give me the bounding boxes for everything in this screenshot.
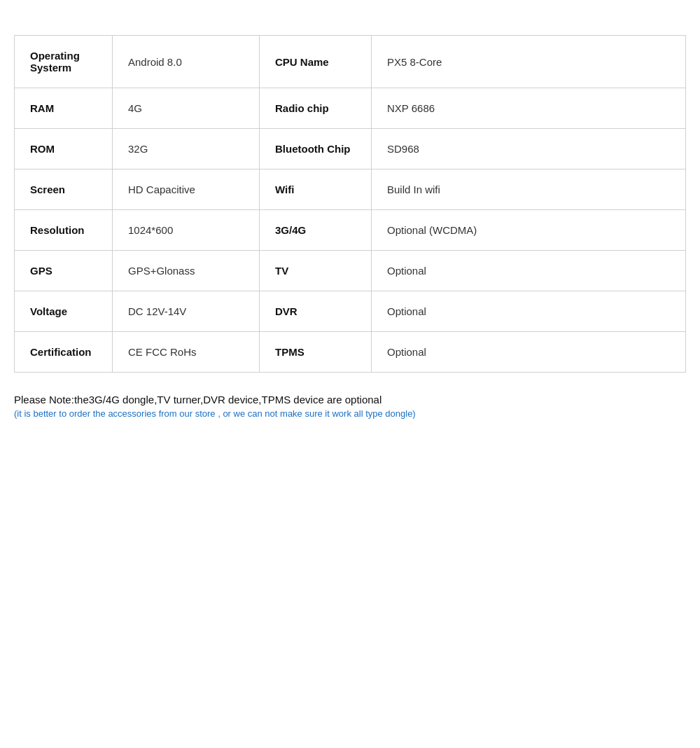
value-cell-left-0: Android 8.0	[113, 36, 260, 88]
value-cell-left-1: 4G	[113, 88, 260, 129]
value-cell-right-2: SD968	[372, 129, 686, 169]
label-cell-left-5: GPS	[15, 251, 113, 291]
label-cell-right-5: TV	[260, 251, 372, 291]
value-cell-right-5: Optional	[372, 251, 686, 291]
notes-section: Please Note:the3G/4G dongle,TV turner,DV…	[14, 387, 686, 426]
label-cell-left-4: Resolution	[15, 210, 113, 251]
label-cell-left-6: Voltage	[15, 291, 113, 332]
label-cell-right-4: 3G/4G	[260, 210, 372, 251]
value-cell-left-4: 1024*600	[113, 210, 260, 251]
label-cell-right-6: DVR	[260, 291, 372, 332]
label-cell-right-1: Radio chip	[260, 88, 372, 129]
specs-table: Operating SystermAndroid 8.0CPU NamePX5 …	[14, 35, 686, 373]
label-cell-left-7: Certification	[15, 332, 113, 373]
value-cell-left-3: HD Capacitive	[113, 169, 260, 210]
notes-main: Please Note:the3G/4G dongle,TV turner,DV…	[14, 394, 686, 406]
value-cell-right-4: Optional (WCDMA)	[372, 210, 686, 251]
value-cell-right-3: Build In wifi	[372, 169, 686, 210]
value-cell-left-5: GPS+Glonass	[113, 251, 260, 291]
label-cell-left-0: Operating Systerm	[15, 36, 113, 88]
label-cell-right-3: Wifi	[260, 169, 372, 210]
value-cell-right-0: PX5 8-Core	[372, 36, 686, 88]
notes-sub: (it is better to order the accessories f…	[14, 408, 686, 419]
label-cell-left-2: ROM	[15, 129, 113, 169]
label-cell-left-1: RAM	[15, 88, 113, 129]
value-cell-left-7: CE FCC RoHs	[113, 332, 260, 373]
value-cell-left-6: DC 12V-14V	[113, 291, 260, 332]
label-cell-right-0: CPU Name	[260, 36, 372, 88]
value-cell-left-2: 32G	[113, 129, 260, 169]
value-cell-right-6: Optional	[372, 291, 686, 332]
label-cell-right-7: TPMS	[260, 332, 372, 373]
label-cell-right-2: Bluetooth Chip	[260, 129, 372, 169]
value-cell-right-1: NXP 6686	[372, 88, 686, 129]
label-cell-left-3: Screen	[15, 169, 113, 210]
page-wrapper: Operating SystermAndroid 8.0CPU NamePX5 …	[0, 0, 700, 748]
value-cell-right-7: Optional	[372, 332, 686, 373]
